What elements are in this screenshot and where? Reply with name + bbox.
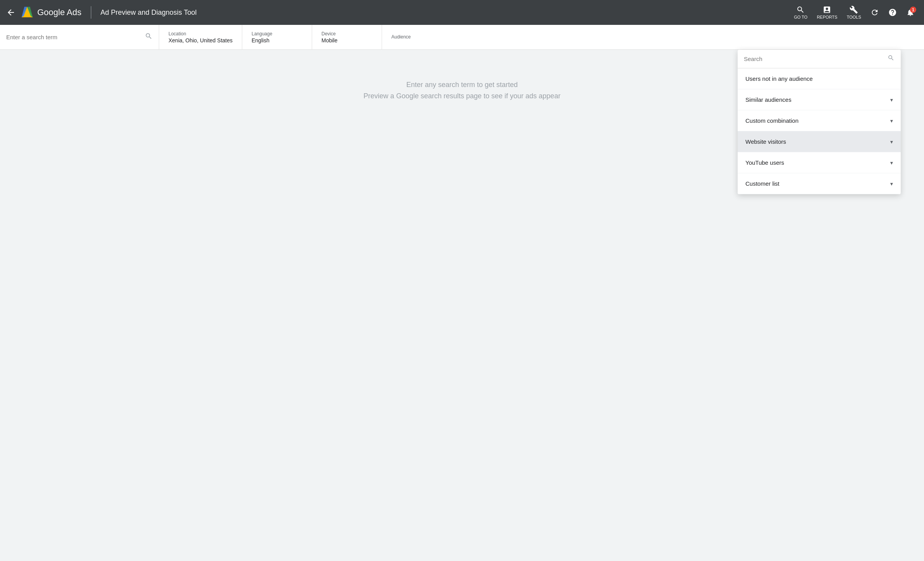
goto-label: GO TO [794, 15, 808, 19]
search-input[interactable] [6, 34, 142, 40]
dropdown-search-icon [888, 54, 894, 63]
empty-state-line2: Preview a Google search results page to … [363, 92, 560, 100]
dropdown-item-label: Custom combination [745, 117, 799, 124]
dropdown-item-users-not-in-any-audience[interactable]: Users not in any audience [738, 68, 901, 89]
location-filter[interactable]: Location Xenia, Ohio, United States [159, 25, 242, 49]
filterbar: Location Xenia, Ohio, United States Lang… [0, 25, 924, 50]
language-value: English [252, 37, 302, 44]
dropdown-item-custom-combination[interactable]: Custom combination ▾ [738, 110, 901, 131]
tools-label: TOOLS [847, 15, 861, 19]
topbar: Google Ads Ad Preview and Diagnosis Tool… [0, 0, 924, 25]
language-filter[interactable]: Language English [242, 25, 312, 49]
dropdown-item-label: Similar audiences [745, 96, 791, 103]
goto-button[interactable]: GO TO [791, 4, 811, 21]
reports-label: REPORTS [817, 15, 837, 19]
back-button[interactable] [6, 8, 16, 17]
notification-button[interactable]: 1 [903, 5, 918, 20]
google-ads-logo: Google Ads [20, 5, 82, 19]
device-label: Device [321, 31, 372, 37]
search-icon [145, 32, 153, 42]
brand-name: Google Ads [37, 7, 82, 17]
refresh-button[interactable] [867, 5, 882, 20]
dropdown-item-label: Users not in any audience [745, 75, 813, 82]
language-label: Language [252, 31, 302, 37]
search-box[interactable] [0, 25, 159, 49]
page-title: Ad Preview and Diagnosis Tool [101, 9, 786, 17]
dropdown-item-similar-audiences[interactable]: Similar audiences ▾ [738, 89, 901, 110]
audience-label: Audience [391, 34, 411, 40]
location-label: Location [168, 31, 233, 37]
notification-badge: 1 [910, 7, 916, 13]
audience-dropdown: Users not in any audience Similar audien… [738, 50, 901, 131]
topbar-divider [91, 6, 91, 19]
device-filter[interactable]: Device Mobile [312, 25, 382, 49]
reports-button[interactable]: REPORTS [814, 4, 841, 21]
topbar-actions: GO TO REPORTS TOOLS 1 [791, 4, 918, 21]
audience-filter[interactable]: Audience [382, 25, 420, 49]
help-button[interactable] [885, 5, 900, 20]
empty-state-line1: Enter any search term to get started [406, 81, 518, 89]
chevron-down-icon: ▾ [890, 97, 893, 103]
dropdown-search-bar[interactable] [738, 50, 901, 68]
location-value: Xenia, Ohio, United States [168, 37, 233, 44]
dropdown-search-input[interactable] [744, 56, 884, 62]
device-value: Mobile [321, 37, 372, 44]
chevron-down-icon: ▾ [890, 118, 893, 124]
tools-button[interactable]: TOOLS [844, 4, 864, 21]
